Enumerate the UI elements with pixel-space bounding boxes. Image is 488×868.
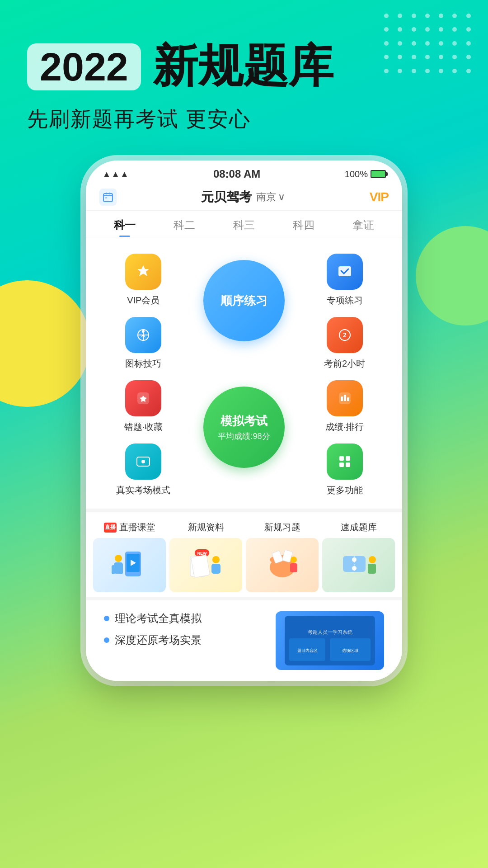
svg-point-6 — [141, 269, 146, 274]
status-bar: ▲▲▲ 08:08 AM 100% — [86, 160, 402, 184]
city-arrow-icon: ∨ — [278, 191, 285, 203]
svg-rect-8 — [338, 266, 351, 276]
svg-text:考题人员一学习系统: 考题人员一学习系统 — [308, 629, 352, 635]
svg-rect-23 — [347, 397, 349, 401]
svg-rect-57 — [368, 564, 376, 574]
svg-point-44 — [212, 556, 220, 563]
icon-tips-label: 图标技巧 — [125, 358, 161, 370]
svg-point-36 — [115, 555, 122, 562]
svg-point-56 — [369, 556, 376, 563]
feature-newexe-img — [246, 538, 319, 592]
wifi-icon: ▲▲▲ — [102, 169, 129, 179]
battery-icon — [371, 170, 386, 178]
status-time: 08:08 AM — [129, 168, 344, 180]
real-mode-icon — [125, 443, 161, 480]
svg-rect-4 — [105, 197, 107, 198]
vip-label: VIP会员 — [127, 294, 160, 307]
tab-k4[interactable]: 科四 — [274, 211, 333, 237]
feature-fastbank-label: 速成题库 — [341, 521, 377, 533]
svg-point-50 — [291, 557, 297, 563]
battery-percent: 100% — [345, 169, 368, 179]
wrong-collect-item[interactable]: 错题·收藏 — [93, 373, 194, 440]
svg-rect-31 — [339, 462, 344, 467]
feature-live-img — [93, 538, 166, 592]
header-subtitle: 先刷新题再考试 更安心 — [27, 105, 461, 133]
main-title: 新规题库 — [153, 36, 333, 97]
bottom-section: 理论考试全真模拟 深度还原考场实景 考题人员一学习系统 题目内容区 选项区域 — [86, 597, 402, 681]
mock-exam-circle[interactable]: 模拟考试 平均成绩:98分 — [203, 387, 285, 468]
more-functions-icon — [327, 443, 363, 480]
tab-k2[interactable]: 科二 — [155, 211, 214, 237]
exam-2h-item[interactable]: 2 考前2小时 — [294, 310, 395, 377]
svg-point-28 — [335, 452, 355, 472]
feature-fastbank-img — [322, 538, 395, 592]
icon-tips-item[interactable]: 图标技巧 — [93, 310, 194, 377]
tab-k3[interactable]: 科三 — [214, 211, 274, 237]
year-badge: 2022 — [27, 43, 141, 90]
header-section: 2022 新规题库 先刷新题再考试 更安心 — [0, 0, 488, 147]
score-rank-label: 成绩·排行 — [325, 421, 364, 433]
svg-point-26 — [141, 460, 145, 463]
phone-container: ▲▲▲ 08:08 AM 100% 元贝驾考 — [86, 160, 402, 681]
bottom-point-2: 深度还原考场实景 — [104, 633, 262, 647]
svg-rect-0 — [103, 193, 113, 202]
svg-rect-22 — [344, 395, 346, 401]
feature-newdoc-img: NEW — [169, 538, 242, 592]
score-rank-icon — [327, 380, 363, 416]
tab-k1[interactable]: 科一 — [95, 211, 155, 237]
svg-point-54 — [352, 557, 357, 562]
feature-live-label: 直播 直播课堂 — [104, 521, 155, 533]
app-header: 元贝驾考 南京 ∨ VIP — [86, 184, 402, 211]
svg-text:题目内容区: 题目内容区 — [297, 648, 318, 653]
bg-circle-green — [416, 226, 488, 326]
svg-rect-32 — [346, 462, 350, 467]
svg-text:2: 2 — [343, 331, 347, 339]
svg-rect-38 — [112, 565, 115, 574]
svg-rect-51 — [290, 563, 297, 572]
app-logo-area: 元贝驾考 南京 ∨ — [201, 189, 285, 206]
svg-text:选项区域: 选项区域 — [342, 648, 358, 653]
svg-rect-39 — [119, 565, 123, 574]
special-practice-item[interactable]: 专项练习 — [294, 246, 395, 314]
bullet-icon-1 — [104, 616, 109, 621]
feature-bar: 直播 直播课堂 — [86, 509, 402, 597]
phone-frame: ▲▲▲ 08:08 AM 100% 元贝驾考 — [86, 160, 402, 681]
score-rank-item[interactable]: 成绩·排行 — [294, 373, 395, 440]
wrong-collect-icon — [125, 380, 161, 416]
svg-point-13 — [142, 330, 145, 333]
svg-rect-45 — [211, 564, 221, 574]
status-right: 100% — [345, 169, 386, 179]
status-left: ▲▲▲ — [102, 169, 129, 179]
tab-cert[interactable]: 拿证 — [333, 211, 393, 237]
feature-grid: 直播 直播课堂 — [93, 521, 395, 592]
special-practice-icon — [327, 254, 363, 290]
calendar-icon[interactable] — [99, 189, 117, 206]
vip-item[interactable]: VIP会员 — [93, 246, 194, 314]
svg-rect-43 — [191, 555, 210, 577]
vip-badge[interactable]: VIP — [370, 190, 389, 204]
real-mode-label: 真实考场模式 — [116, 484, 170, 496]
feature-newexe[interactable]: 新规习题 — [246, 521, 319, 592]
bottom-point-text-1: 理论考试全真模拟 — [115, 611, 202, 626]
sequential-practice-circle[interactable]: 顺序练习 — [203, 260, 285, 341]
real-mode-item[interactable]: 真实考场模式 — [93, 436, 194, 504]
tabs: 科一 科二 科三 科四 拿证 — [86, 211, 402, 237]
bottom-point-1: 理论考试全真模拟 — [104, 611, 262, 626]
feature-newdoc-label: 新规资料 — [188, 521, 224, 533]
exam-2h-label: 考前2小时 — [324, 358, 365, 370]
bottom-point-text-2: 深度还原考场实景 — [115, 633, 202, 647]
svg-rect-29 — [339, 456, 344, 461]
feature-newexe-label: 新规习题 — [264, 521, 300, 533]
mock-exam-sublabel: 平均成绩:98分 — [218, 431, 270, 442]
svg-rect-21 — [341, 396, 343, 401]
more-functions-label: 更多功能 — [327, 484, 363, 496]
main-content: VIP会员 专项练习 — [86, 237, 402, 509]
special-practice-label: 专项练习 — [327, 294, 363, 307]
city-selector[interactable]: 南京 ∨ — [256, 190, 285, 204]
svg-point-55 — [352, 566, 357, 571]
feature-fastbank[interactable]: 速成题库 — [322, 521, 395, 592]
feature-newdoc[interactable]: 新规资料 NEW — [169, 521, 242, 592]
feature-live[interactable]: 直播 直播课堂 — [93, 521, 166, 592]
city-name: 南京 — [256, 190, 276, 204]
more-functions-item[interactable]: 更多功能 — [294, 436, 395, 504]
